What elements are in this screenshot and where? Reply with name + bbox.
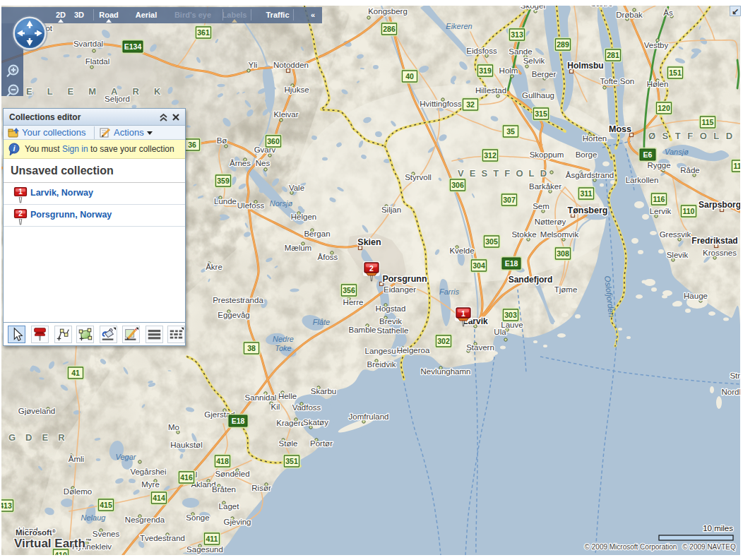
svg-text:Laget: Laget <box>219 502 240 511</box>
svg-text:Nordko: Nordko <box>721 388 740 396</box>
svg-text:302: 302 <box>437 337 450 345</box>
svg-text:Borge: Borge <box>576 150 598 159</box>
svg-text:Åsgårdstrand: Åsgårdstrand <box>566 171 614 179</box>
svg-text:Brevik: Brevik <box>379 317 402 326</box>
svg-text:306: 306 <box>451 181 464 189</box>
svg-text:Kragerø: Kragerø <box>276 419 306 427</box>
svg-text:304: 304 <box>472 261 485 270</box>
svg-text:Toke: Toke <box>275 344 291 352</box>
svg-text:Sagesund: Sagesund <box>186 545 223 554</box>
svg-text:418: 418 <box>216 457 229 465</box>
svg-text:411: 411 <box>206 535 218 543</box>
svg-text:Holmsbu: Holmsbu <box>567 61 603 71</box>
svg-text:Ulefoss: Ulefoss <box>237 201 265 210</box>
svg-text:Flåte: Flåte <box>313 318 330 326</box>
svg-text:Eikeren: Eikeren <box>446 22 472 30</box>
svg-text:Siljan: Siljan <box>381 205 401 214</box>
svg-text:286: 286 <box>383 25 396 33</box>
svg-text:Bø: Bø <box>217 136 227 145</box>
svg-text:Hvittingfoss: Hvittingfoss <box>420 100 462 108</box>
svg-text:Yli: Yli <box>249 61 258 69</box>
svg-text:10 miles: 10 miles <box>703 524 733 532</box>
svg-text:Styrvoll: Styrvoll <box>405 173 432 181</box>
svg-text:Herre: Herre <box>343 298 364 306</box>
svg-text:2: 2 <box>18 210 23 218</box>
svg-text:359: 359 <box>217 177 230 185</box>
svg-text:Skien: Skien <box>357 237 381 247</box>
svg-text:35: 35 <box>506 127 515 136</box>
svg-text:Nesgrenda: Nesgrenda <box>125 516 165 524</box>
svg-text:307: 307 <box>503 196 516 204</box>
svg-text:Vansjø: Vansjø <box>665 148 689 156</box>
svg-text:Barkåker: Barkåker <box>529 182 561 191</box>
svg-text:319: 319 <box>479 66 492 75</box>
svg-text:Sande: Sande <box>509 47 532 56</box>
svg-text:Åkre: Åkre <box>206 263 222 271</box>
svg-text:Nelaug: Nelaug <box>81 513 107 522</box>
svg-text:1: 1 <box>461 309 465 318</box>
svg-text:Hølen: Hølen <box>647 80 669 88</box>
svg-text:VESTFOLD: VESTFOLD <box>458 168 552 179</box>
svg-text:Svenes: Svenes <box>93 530 120 538</box>
svg-text:40: 40 <box>405 72 414 81</box>
svg-text:Berger: Berger <box>532 70 557 78</box>
svg-text:Bamble: Bamble <box>349 326 376 334</box>
svg-text:Helgen: Helgen <box>291 213 316 221</box>
svg-text:Eidanger: Eidanger <box>384 285 416 294</box>
svg-text:305: 305 <box>485 237 498 246</box>
svg-text:313: 313 <box>511 30 523 39</box>
svg-text:Gjøveland: Gjøveland <box>18 407 55 415</box>
svg-text:41: 41 <box>71 369 80 377</box>
svg-text:Skatøy: Skatøy <box>303 418 328 427</box>
svg-text:Holm: Holm <box>499 66 518 75</box>
svg-text:110: 110 <box>683 207 695 215</box>
svg-text:E18: E18 <box>505 259 518 268</box>
svg-text:Moss: Moss <box>609 124 631 134</box>
svg-text:Drøbak: Drøbak <box>616 11 643 19</box>
svg-text:Sætre: Sætre <box>590 6 612 8</box>
svg-text:Vadfoss: Vadfoss <box>292 403 321 412</box>
svg-text:32: 32 <box>466 100 475 109</box>
svg-text:Portør: Portør <box>310 439 333 448</box>
svg-text:415: 415 <box>100 501 112 509</box>
svg-text:Ula: Ula <box>494 328 506 336</box>
svg-text:Kongsberg: Kongsberg <box>368 7 408 16</box>
svg-text:Nedre: Nedre <box>273 335 294 343</box>
svg-text:38: 38 <box>247 344 256 352</box>
svg-text:E134: E134 <box>124 42 142 51</box>
svg-text:Hogstad: Hogstad <box>376 304 406 313</box>
svg-text:Skoppum: Skoppum <box>530 150 564 159</box>
svg-text:Myre: Myre <box>141 480 160 489</box>
svg-text:Helle: Helle <box>278 392 297 400</box>
svg-text:Virtual Earth™: Virtual Earth™ <box>14 537 92 550</box>
svg-text:Horten: Horten <box>583 134 607 143</box>
svg-text:120: 120 <box>658 104 670 112</box>
svg-text:E6: E6 <box>643 150 653 159</box>
svg-text:414: 414 <box>153 494 165 502</box>
svg-text:Strö: Strö <box>730 371 740 380</box>
svg-text:© 2009 Microsoft Corporation: © 2009 Microsoft Corporation <box>585 543 677 551</box>
svg-text:Risør: Risør <box>251 484 271 492</box>
svg-text:1: 1 <box>18 188 23 196</box>
svg-text:312: 312 <box>484 151 497 160</box>
svg-text:Larkollen: Larkollen <box>626 176 659 184</box>
svg-text:Porsgrunn: Porsgrunn <box>382 274 427 284</box>
svg-text:GDER: GDER <box>8 432 75 443</box>
svg-text:315: 315 <box>535 109 547 118</box>
svg-text:Kil: Kil <box>271 403 280 411</box>
svg-text:Lervik: Lervik <box>650 207 672 215</box>
svg-text:Norsjø: Norsjø <box>270 199 293 208</box>
svg-text:Sandefjord: Sandefjord <box>509 275 553 285</box>
svg-text:Lunde: Lunde <box>214 197 237 205</box>
svg-text:E18: E18 <box>232 417 245 425</box>
svg-text:Helgeroa: Helgeroa <box>397 346 430 355</box>
svg-text:Prestestranda: Prestestranda <box>213 296 263 304</box>
svg-text:Tofte: Tofte <box>600 77 618 85</box>
svg-text:Skoger: Skoger <box>521 6 547 10</box>
svg-text:356: 356 <box>343 286 355 294</box>
svg-text:Søndeled: Søndeled <box>215 470 249 478</box>
svg-text:Rygge: Rygge <box>647 161 670 169</box>
svg-text:Støle: Støle <box>279 439 298 448</box>
svg-text:413: 413 <box>1 501 12 510</box>
svg-text:Vestby: Vestby <box>644 41 669 49</box>
